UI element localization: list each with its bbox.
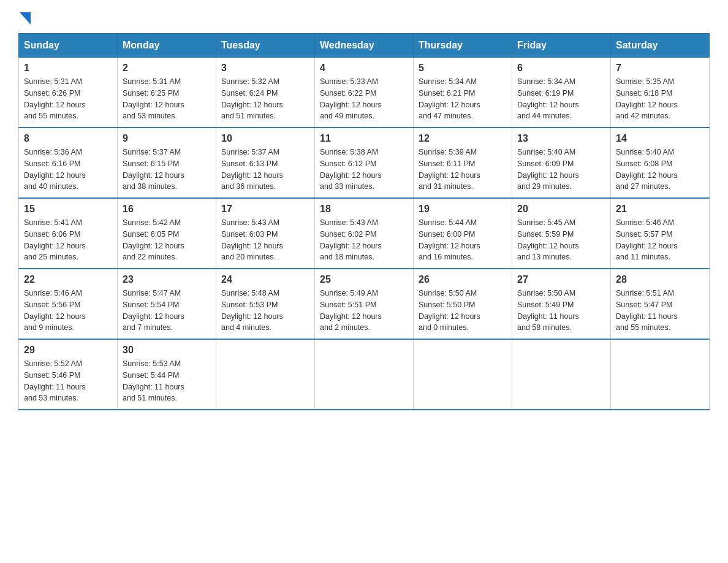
day-info: Sunrise: 5:51 AMSunset: 5:47 PMDaylight:… (616, 288, 704, 334)
day-number: 1 (24, 63, 112, 74)
calendar-cell (611, 339, 710, 410)
calendar-cell: 22Sunrise: 5:46 AMSunset: 5:56 PMDayligh… (19, 269, 118, 339)
logo (18, 12, 31, 21)
calendar-cell: 13Sunrise: 5:40 AMSunset: 6:09 PMDayligh… (512, 128, 611, 198)
day-number: 3 (221, 63, 309, 74)
calendar-cell: 30Sunrise: 5:53 AMSunset: 5:44 PMDayligh… (118, 339, 216, 410)
day-info: Sunrise: 5:45 AMSunset: 5:59 PMDaylight:… (517, 217, 605, 263)
calendar-cell: 5Sunrise: 5:34 AMSunset: 6:21 PMDaylight… (414, 58, 512, 128)
day-info: Sunrise: 5:49 AMSunset: 5:51 PMDaylight:… (320, 288, 408, 334)
calendar-cell: 23Sunrise: 5:47 AMSunset: 5:54 PMDayligh… (118, 269, 216, 339)
day-info: Sunrise: 5:46 AMSunset: 5:56 PMDaylight:… (24, 288, 112, 334)
day-number: 10 (221, 133, 309, 144)
calendar-cell: 25Sunrise: 5:49 AMSunset: 5:51 PMDayligh… (315, 269, 414, 339)
day-number: 29 (24, 345, 112, 356)
day-info: Sunrise: 5:40 AMSunset: 6:09 PMDaylight:… (517, 147, 605, 193)
day-number: 2 (123, 63, 211, 74)
weekday-header-tuesday: Tuesday (216, 34, 315, 58)
calendar-cell: 16Sunrise: 5:42 AMSunset: 6:05 PMDayligh… (118, 198, 216, 269)
day-number: 19 (419, 204, 507, 215)
calendar-cell: 6Sunrise: 5:34 AMSunset: 6:19 PMDaylight… (512, 58, 611, 128)
weekday-header-sunday: Sunday (19, 34, 118, 58)
calendar-cell (315, 339, 414, 410)
day-info: Sunrise: 5:41 AMSunset: 6:06 PMDaylight:… (24, 217, 112, 263)
day-number: 7 (616, 63, 704, 74)
calendar-cell: 12Sunrise: 5:39 AMSunset: 6:11 PMDayligh… (414, 128, 512, 198)
day-info: Sunrise: 5:44 AMSunset: 6:00 PMDaylight:… (419, 217, 507, 263)
day-info: Sunrise: 5:31 AMSunset: 6:25 PMDaylight:… (123, 76, 211, 122)
weekday-header-monday: Monday (118, 34, 216, 58)
calendar-cell (414, 339, 512, 410)
day-number: 28 (616, 274, 704, 285)
day-number: 13 (517, 133, 605, 144)
calendar-week-row: 22Sunrise: 5:46 AMSunset: 5:56 PMDayligh… (19, 269, 710, 339)
day-number: 14 (616, 133, 704, 144)
day-info: Sunrise: 5:43 AMSunset: 6:02 PMDaylight:… (320, 217, 408, 263)
day-info: Sunrise: 5:50 AMSunset: 5:49 PMDaylight:… (517, 288, 605, 334)
day-info: Sunrise: 5:40 AMSunset: 6:08 PMDaylight:… (616, 147, 704, 193)
calendar-cell: 2Sunrise: 5:31 AMSunset: 6:25 PMDaylight… (118, 58, 216, 128)
day-number: 25 (320, 274, 408, 285)
calendar-cell: 19Sunrise: 5:44 AMSunset: 6:00 PMDayligh… (414, 198, 512, 269)
calendar-cell: 8Sunrise: 5:36 AMSunset: 6:16 PMDaylight… (19, 128, 118, 198)
calendar-cell: 18Sunrise: 5:43 AMSunset: 6:02 PMDayligh… (315, 198, 414, 269)
day-number: 16 (123, 204, 211, 215)
calendar-cell: 17Sunrise: 5:43 AMSunset: 6:03 PMDayligh… (216, 198, 315, 269)
day-info: Sunrise: 5:46 AMSunset: 5:57 PMDaylight:… (616, 217, 704, 263)
calendar-cell: 1Sunrise: 5:31 AMSunset: 6:26 PMDaylight… (19, 58, 118, 128)
calendar-cell: 3Sunrise: 5:32 AMSunset: 6:24 PMDaylight… (216, 58, 315, 128)
day-number: 22 (24, 274, 112, 285)
weekday-header-wednesday: Wednesday (315, 34, 414, 58)
day-number: 21 (616, 204, 704, 215)
calendar-table: SundayMondayTuesdayWednesdayThursdayFrid… (18, 33, 710, 410)
calendar-cell (216, 339, 315, 410)
day-number: 27 (517, 274, 605, 285)
day-info: Sunrise: 5:32 AMSunset: 6:24 PMDaylight:… (221, 76, 309, 122)
calendar-cell: 29Sunrise: 5:52 AMSunset: 5:46 PMDayligh… (19, 339, 118, 410)
day-number: 30 (123, 345, 211, 356)
calendar-week-row: 8Sunrise: 5:36 AMSunset: 6:16 PMDaylight… (19, 128, 710, 198)
day-info: Sunrise: 5:34 AMSunset: 6:21 PMDaylight:… (419, 76, 507, 122)
calendar-cell: 21Sunrise: 5:46 AMSunset: 5:57 PMDayligh… (611, 198, 710, 269)
day-info: Sunrise: 5:53 AMSunset: 5:44 PMDaylight:… (123, 358, 211, 404)
weekday-header-thursday: Thursday (414, 34, 512, 58)
day-info: Sunrise: 5:34 AMSunset: 6:19 PMDaylight:… (517, 76, 605, 122)
logo-triangle-icon (20, 12, 31, 25)
day-info: Sunrise: 5:38 AMSunset: 6:12 PMDaylight:… (320, 147, 408, 193)
day-number: 15 (24, 204, 112, 215)
day-info: Sunrise: 5:33 AMSunset: 6:22 PMDaylight:… (320, 76, 408, 122)
calendar-week-row: 29Sunrise: 5:52 AMSunset: 5:46 PMDayligh… (19, 339, 710, 410)
calendar-cell: 24Sunrise: 5:48 AMSunset: 5:53 PMDayligh… (216, 269, 315, 339)
day-info: Sunrise: 5:37 AMSunset: 6:13 PMDaylight:… (221, 147, 309, 193)
calendar-cell: 9Sunrise: 5:37 AMSunset: 6:15 PMDaylight… (118, 128, 216, 198)
calendar-cell: 28Sunrise: 5:51 AMSunset: 5:47 PMDayligh… (611, 269, 710, 339)
calendar-cell: 10Sunrise: 5:37 AMSunset: 6:13 PMDayligh… (216, 128, 315, 198)
calendar-week-row: 1Sunrise: 5:31 AMSunset: 6:26 PMDaylight… (19, 58, 710, 128)
day-info: Sunrise: 5:39 AMSunset: 6:11 PMDaylight:… (419, 147, 507, 193)
day-info: Sunrise: 5:48 AMSunset: 5:53 PMDaylight:… (221, 288, 309, 334)
day-number: 4 (320, 63, 408, 74)
calendar-cell: 4Sunrise: 5:33 AMSunset: 6:22 PMDaylight… (315, 58, 414, 128)
calendar-cell: 14Sunrise: 5:40 AMSunset: 6:08 PMDayligh… (611, 128, 710, 198)
day-number: 26 (419, 274, 507, 285)
weekday-header-friday: Friday (512, 34, 611, 58)
calendar-cell (512, 339, 611, 410)
day-number: 8 (24, 133, 112, 144)
day-number: 11 (320, 133, 408, 144)
day-info: Sunrise: 5:50 AMSunset: 5:50 PMDaylight:… (419, 288, 507, 334)
day-number: 23 (123, 274, 211, 285)
calendar-week-row: 15Sunrise: 5:41 AMSunset: 6:06 PMDayligh… (19, 198, 710, 269)
day-number: 9 (123, 133, 211, 144)
day-info: Sunrise: 5:47 AMSunset: 5:54 PMDaylight:… (123, 288, 211, 334)
calendar-cell: 15Sunrise: 5:41 AMSunset: 6:06 PMDayligh… (19, 198, 118, 269)
day-number: 6 (517, 63, 605, 74)
day-info: Sunrise: 5:52 AMSunset: 5:46 PMDaylight:… (24, 358, 112, 404)
day-number: 12 (419, 133, 507, 144)
weekday-header-saturday: Saturday (611, 34, 710, 58)
calendar-cell: 11Sunrise: 5:38 AMSunset: 6:12 PMDayligh… (315, 128, 414, 198)
day-number: 20 (517, 204, 605, 215)
day-number: 18 (320, 204, 408, 215)
day-info: Sunrise: 5:36 AMSunset: 6:16 PMDaylight:… (24, 147, 112, 193)
calendar-cell: 26Sunrise: 5:50 AMSunset: 5:50 PMDayligh… (414, 269, 512, 339)
svg-marker-0 (20, 12, 31, 25)
